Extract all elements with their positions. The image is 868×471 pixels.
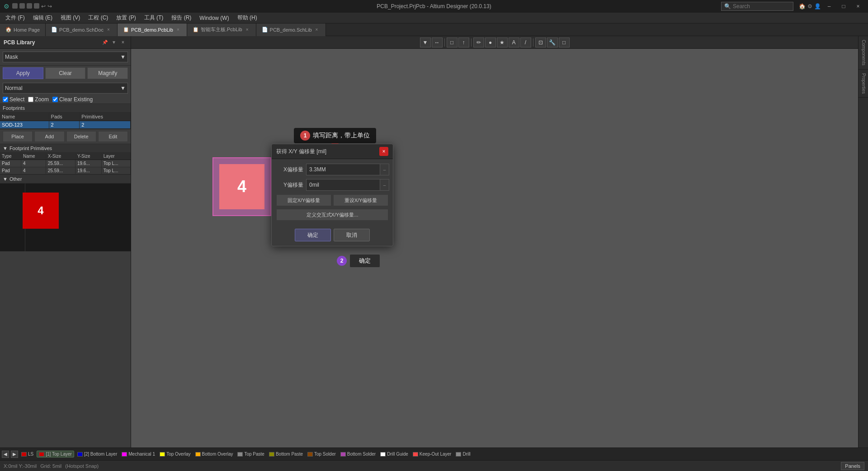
user-icon[interactable]: 👤 <box>814 3 821 9</box>
menu-file[interactable]: 文件 (F) <box>2 13 28 24</box>
tab-schdoc[interactable]: 📄 PCB_demo.SchDoc × <box>46 24 118 36</box>
menu-view[interactable]: 视图 (V) <box>57 13 84 24</box>
search-bar[interactable]: 🔍 <box>721 2 793 11</box>
close-button[interactable]: × <box>852 2 864 11</box>
layer-top-overlay[interactable]: Top Overlay <box>158 452 192 457</box>
toolbar-move[interactable]: ↔ <box>432 38 443 47</box>
toolbar-text[interactable]: A <box>509 38 519 47</box>
menu-window[interactable]: Window (W) <box>196 13 232 24</box>
dialog-close-button[interactable]: × <box>379 147 388 156</box>
table-row[interactable]: Pad 4 25.59... 19.6... Top L... <box>0 167 131 174</box>
reset-xy-button[interactable]: 重设X/Y偏移量 <box>333 194 388 206</box>
x-spin-down[interactable]: – <box>380 164 389 175</box>
layer-color-top-overlay <box>160 452 165 457</box>
tab-smartcar[interactable]: 📋 智能车主板.PcbLib × <box>187 24 256 36</box>
apply-button[interactable]: Apply <box>3 67 43 79</box>
menu-edit[interactable]: 编辑 (E) <box>29 13 56 24</box>
panel-pin-icon[interactable]: 📌 <box>101 38 109 47</box>
layer-drill-guide[interactable]: Drill Guide <box>379 452 410 457</box>
layer-top-solder[interactable]: Top Solder <box>306 452 337 457</box>
toolbar-star[interactable]: ★ <box>497 38 508 47</box>
fix-xy-button[interactable]: 固定X/Y偏移量 <box>276 194 331 206</box>
panel-close-icon[interactable]: × <box>119 38 127 47</box>
layer-bottom[interactable]: [2] Bottom Layer <box>76 452 118 457</box>
menu-tools[interactable]: 工具 (T) <box>141 13 167 24</box>
menu-help[interactable]: 帮助 (H) <box>234 13 261 24</box>
layer-top[interactable]: [1] Top Layer <box>37 451 74 457</box>
normal-select[interactable]: Normal ▼ <box>3 83 128 94</box>
layer-nav-right[interactable]: ▶ <box>11 451 18 458</box>
zoom-checkbox[interactable]: Zoom <box>28 96 49 103</box>
panel-menu-icon[interactable]: ▼ <box>110 38 118 47</box>
window-controls[interactable]: – □ × <box>823 2 864 11</box>
layer-bottom-paste[interactable]: Bottom Paste <box>268 452 304 457</box>
dialog-ok-button[interactable]: 确定 <box>295 229 331 241</box>
confirm-ok-button[interactable]: 确定 <box>349 254 380 268</box>
maximize-button[interactable]: □ <box>837 2 850 11</box>
dialog-title: 获得 X/Y 偏移量 [mil] <box>276 148 326 155</box>
panels-button[interactable]: Panels <box>841 462 864 470</box>
tab-close-schlib[interactable]: × <box>314 27 320 33</box>
home-icon[interactable]: 🏠 <box>799 3 806 9</box>
undo-icon[interactable]: ↩ <box>41 3 46 9</box>
toolbar-pencil[interactable]: ✏ <box>473 38 484 47</box>
sidebar-tab-components[interactable]: Components <box>859 36 868 70</box>
table-row[interactable]: SOD-123 2 2 <box>0 121 131 129</box>
tab-schlib[interactable]: 📄 PCB_demo.SchLib × <box>256 24 326 36</box>
y-input-wrap: – <box>306 179 389 191</box>
redo-icon[interactable]: ↪ <box>47 3 52 9</box>
minimize-button[interactable]: – <box>823 2 835 11</box>
footprints-section-header: Footprints <box>0 104 131 113</box>
select-checkbox[interactable]: Select <box>3 96 24 103</box>
delete-button[interactable]: Delete <box>66 131 96 142</box>
search-input[interactable] <box>733 3 787 9</box>
dialog-header: 获得 X/Y 偏移量 [mil] × <box>272 144 393 159</box>
col-pads: Pads <box>49 113 80 121</box>
add-button[interactable]: Add <box>34 131 64 142</box>
toolbar-box[interactable]: □ <box>559 38 570 47</box>
interactive-xy-button[interactable]: 定义交互式X/Y偏移量... <box>276 209 388 221</box>
layer-bottom-solder[interactable]: Bottom Solder <box>339 452 377 457</box>
tab-pcblib[interactable]: 📋 PCB_demo.PcbLib × <box>118 24 187 36</box>
toolbar-rect[interactable]: □ <box>447 38 458 47</box>
tab-close-smartcar[interactable]: × <box>244 27 250 33</box>
menu-place[interactable]: 放置 (P) <box>113 13 139 24</box>
tab-home[interactable]: 🏠 Home Page <box>0 24 46 36</box>
layer-keepout[interactable]: Keep-Out Layer <box>411 452 453 457</box>
layer-mechanical[interactable]: Mechanical 1 <box>120 452 156 457</box>
magnify-button[interactable]: Magnify <box>87 67 128 79</box>
mask-select[interactable]: Mask ▼ <box>3 52 128 62</box>
primitives-table: Type Name X-Size Y-Size Layer Pad 4 25.5… <box>0 153 131 174</box>
gear-icon[interactable]: ⚙ <box>807 3 812 9</box>
toolbar-circle[interactable]: ● <box>485 38 496 47</box>
layer-bar: ◀ ▶ LS [1] Top Layer [2] Bottom Layer Me… <box>0 447 868 460</box>
toolbar-grid[interactable]: ⊡ <box>535 38 546 47</box>
x-offset-input[interactable] <box>307 164 380 175</box>
sidebar-tab-properties[interactable]: Properties <box>859 70 868 98</box>
toolbar-filter[interactable]: ▼ <box>420 38 431 47</box>
toolbar-up[interactable]: ↑ <box>458 38 469 47</box>
panel-title: PCB Library <box>4 39 35 46</box>
layer-nav-left[interactable]: ◀ <box>2 451 9 458</box>
place-button[interactable]: Place <box>3 131 33 142</box>
table-row[interactable]: Pad 4 25.59... 19.6... Top L... <box>0 160 131 167</box>
edit-button[interactable]: Edit <box>98 131 128 142</box>
toolbar-settings[interactable]: 🔧 <box>547 38 558 47</box>
clear-existing-checkbox[interactable]: Clear Existing <box>52 96 93 103</box>
tab-close-pcblib[interactable]: × <box>175 27 181 33</box>
y-spin-down[interactable]: – <box>380 179 389 190</box>
layer-ls[interactable]: LS <box>20 452 35 457</box>
layer-bottom-overlay[interactable]: Bottom Overlay <box>194 452 235 457</box>
app-title: PCB_Project.PrjPcb - Altium Designer (20… <box>139 3 729 9</box>
search-icon: 🔍 <box>724 3 731 9</box>
layer-top-paste[interactable]: Top Paste <box>236 452 265 457</box>
y-offset-input[interactable] <box>307 179 380 190</box>
menu-reports[interactable]: 报告 (R) <box>168 13 195 24</box>
layer-drill[interactable]: Drill <box>454 452 472 457</box>
menu-project[interactable]: 工程 (C) <box>85 13 112 24</box>
clear-button[interactable]: Clear <box>45 67 86 79</box>
hotspot-display: (Hotspot Snap) <box>65 463 99 469</box>
tab-close-schdoc[interactable]: × <box>105 27 112 33</box>
toolbar-line[interactable]: / <box>520 38 531 47</box>
dialog-cancel-button[interactable]: 取消 <box>334 229 370 241</box>
